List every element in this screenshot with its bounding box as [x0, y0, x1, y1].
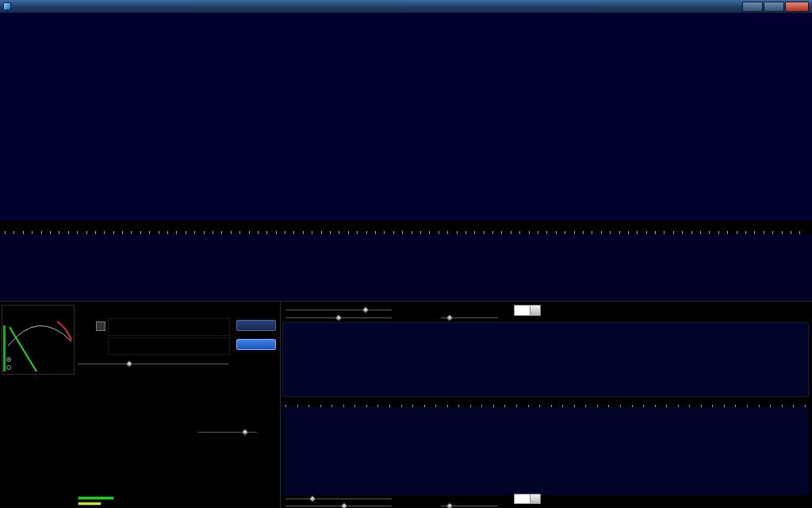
audio-spectrum[interactable] — [282, 407, 809, 495]
slider-track — [285, 309, 392, 310]
close-icon[interactable] — [785, 2, 809, 12]
main-waterfall-canvas[interactable] — [0, 13, 812, 221]
s-meter-frame — [2, 306, 75, 375]
extio-button[interactable] — [236, 339, 276, 350]
main-waterfall[interactable] — [0, 13, 812, 221]
avg-select-value — [515, 306, 530, 315]
slider-thumb[interactable] — [340, 502, 348, 508]
s-units-radio-dot — [8, 359, 10, 360]
volume-slider-track — [78, 363, 228, 364]
app-icon — [3, 2, 11, 10]
dropdown-arrow-icon — [530, 495, 540, 503]
volume-slider-thumb[interactable] — [125, 360, 133, 368]
s-meter — [2, 305, 75, 375]
freqmgr-button[interactable] — [236, 320, 276, 331]
waterfall-brightness-slider-top[interactable] — [285, 306, 392, 314]
zoom-slider-bottom[interactable] — [441, 502, 498, 508]
slider-track — [285, 505, 392, 506]
slider-track — [285, 498, 392, 499]
avg-select-top[interactable] — [514, 305, 541, 316]
audio-spectrum-canvas[interactable] — [282, 407, 809, 495]
main-spectrum-canvas[interactable] — [0, 234, 812, 301]
rf-gain-slider[interactable] — [198, 429, 257, 436]
minimize-icon[interactable] — [742, 2, 763, 12]
rf-gain-slider-thumb[interactable] — [241, 429, 249, 437]
cpu-total-bar — [78, 502, 102, 506]
lo-channel-button[interactable] — [96, 321, 105, 331]
slider-thumb[interactable] — [308, 495, 316, 503]
titlebar[interactable] — [0, 0, 812, 13]
audio-waterfall[interactable] — [282, 322, 809, 397]
lo-frequency-display[interactable] — [108, 318, 230, 336]
slider-thumb[interactable] — [335, 314, 343, 322]
main-spectrum[interactable] — [0, 234, 812, 301]
slider-thumb[interactable] — [446, 314, 454, 322]
audio-frequency-scale[interactable] — [282, 397, 809, 407]
spectrum-brightness-slider-bottom[interactable] — [285, 502, 392, 508]
tune-frequency-display[interactable] — [108, 337, 230, 355]
squelch-level-bar — [3, 325, 6, 371]
window-controls — [741, 2, 809, 12]
maximize-icon[interactable] — [764, 2, 784, 12]
cpu-hdsdr-bar — [78, 496, 114, 500]
dropdown-arrow-icon — [530, 306, 540, 315]
slider-thumb[interactable] — [446, 502, 454, 508]
avg-select-bottom[interactable] — [514, 494, 541, 504]
slider-thumb[interactable] — [362, 306, 370, 314]
main-frequency-scale[interactable] — [0, 221, 812, 234]
avg-select-value — [515, 495, 530, 503]
spectrum-brightness-slider-top[interactable] — [285, 314, 392, 321]
zoom-slider-top[interactable] — [441, 314, 498, 321]
audio-waterfall-canvas[interactable] — [283, 323, 808, 396]
waterfall-brightness-slider-bottom[interactable] — [285, 495, 392, 502]
hdsdr-window — [0, 0, 812, 508]
volume-slider[interactable] — [78, 360, 228, 368]
squelch-radio[interactable] — [7, 366, 11, 370]
